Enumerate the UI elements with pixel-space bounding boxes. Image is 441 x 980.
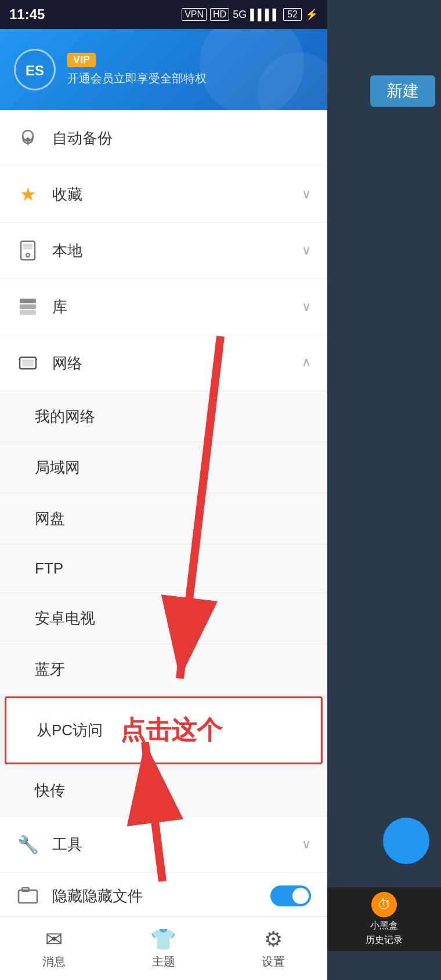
sidebar-item-hiddenfiles[interactable]: 隐藏隐藏文件: [0, 873, 327, 920]
sidebar-item-autobackup[interactable]: 自动备份: [0, 110, 327, 166]
hiddenfiles-toggle[interactable]: [270, 885, 311, 906]
library-icon: [16, 295, 39, 318]
svg-rect-9: [20, 310, 36, 315]
signal-icon: ▌▌▌▌: [250, 9, 280, 21]
favorites-label: 收藏: [52, 184, 289, 205]
bolt-icon: ⚡: [305, 8, 318, 21]
submenu-mynetwork[interactable]: 我的网络: [0, 391, 327, 442]
svg-rect-14: [19, 890, 37, 903]
submenu-frompc[interactable]: 从PC访问 点击这个: [5, 696, 323, 764]
svg-rect-8: [20, 304, 36, 309]
settings-label: 设置: [262, 954, 285, 970]
network-submenu: 我的网络 局域网 网盘 FTP 安卓电视 蓝牙 从PC访问 点击这个: [0, 391, 327, 816]
status-time: 11:45: [9, 6, 45, 23]
xiaoheihei-widget[interactable]: ⏱ 小黑盒 历史记录: [327, 887, 441, 951]
submenu-quicksend[interactable]: 快传: [0, 765, 327, 816]
network-icon: [16, 351, 39, 375]
submenu-androidtv[interactable]: 安卓电视: [0, 593, 327, 644]
sidebar-item-library[interactable]: 库 ∨: [0, 279, 327, 335]
vpn-icon: VPN: [182, 8, 207, 21]
submenu-ftp[interactable]: FTP: [0, 545, 327, 593]
submenu-bluetooth[interactable]: 蓝牙: [0, 644, 327, 695]
hd-icon: HD: [210, 8, 229, 21]
frompc-label: 从PC访问: [37, 720, 103, 741]
settings-icon: ⚙: [264, 927, 283, 952]
ftp-label: FTP: [35, 560, 63, 578]
library-label: 库: [52, 297, 289, 317]
header-text: VIP 开通会员立即享受全部特权: [67, 53, 207, 86]
hiddenfiles-icon: [16, 884, 39, 908]
lan-label: 局域网: [35, 458, 80, 478]
sidebar-item-network[interactable]: 网络 ∨: [0, 335, 327, 391]
5g-icon: 5G: [233, 9, 247, 21]
new-button[interactable]: 新建: [370, 75, 435, 107]
bottom-theme[interactable]: 👕 主题: [150, 927, 176, 970]
theme-icon: 👕: [150, 927, 176, 952]
sidebar-item-favorites[interactable]: ★ 收藏 ∨: [0, 166, 327, 223]
tools-chevron: ∨: [302, 837, 311, 852]
local-icon: [16, 239, 39, 262]
svg-rect-11: [22, 360, 34, 366]
mynetwork-label: 我的网络: [35, 406, 95, 427]
svg-text:ES: ES: [26, 63, 44, 78]
left-panel: 11:45 VPN HD 5G ▌▌▌▌ 52 ⚡ ES VIP 开通会员立即享…: [0, 0, 327, 980]
tools-icon: 🔧: [16, 833, 39, 856]
xiaoheihei-icon: ⏱: [371, 892, 397, 917]
androidtv-label: 安卓电视: [35, 608, 95, 629]
bluetooth-label: 蓝牙: [35, 659, 65, 680]
submenu-lan[interactable]: 局域网: [0, 442, 327, 493]
status-bar: 11:45 VPN HD 5G ▌▌▌▌ 52 ⚡: [0, 0, 327, 29]
xiaoheihei-label: 小黑盒: [370, 920, 398, 932]
avatar: ES: [14, 49, 56, 90]
header-banner[interactable]: ES VIP 开通会员立即享受全部特权: [0, 29, 327, 110]
messages-label: 消息: [42, 954, 66, 970]
autobackup-icon: [16, 126, 39, 150]
favorites-icon: ★: [16, 183, 39, 206]
hiddenfiles-label: 隐藏隐藏文件: [52, 886, 258, 906]
menu-list: 自动备份 ★ 收藏 ∨ 本地 ∨ 库 ∨: [0, 110, 327, 920]
sidebar-item-local[interactable]: 本地 ∨: [0, 223, 327, 279]
tools-label: 工具: [52, 834, 289, 855]
local-label: 本地: [52, 241, 289, 261]
vip-badge: VIP: [67, 53, 96, 67]
svg-point-6: [26, 253, 30, 257]
fab-button[interactable]: [383, 818, 429, 864]
quicksend-label: 快传: [35, 781, 65, 801]
status-icons: VPN HD 5G ▌▌▌▌ 52 ⚡: [182, 8, 318, 21]
header-subtitle: 开通会员立即享受全部特权: [67, 71, 207, 86]
bottom-settings[interactable]: ⚙ 设置: [262, 927, 285, 970]
autobackup-label: 自动备份: [52, 128, 311, 148]
battery-icon: 52: [283, 8, 302, 21]
svg-rect-7: [20, 299, 36, 303]
sidebar-item-tools[interactable]: 🔧 工具 ∨: [0, 816, 327, 873]
submenu-cloudisk[interactable]: 网盘: [0, 493, 327, 545]
network-chevron: ∨: [302, 355, 311, 371]
cloudisk-label: 网盘: [35, 509, 65, 529]
svg-rect-5: [23, 244, 32, 249]
favorites-chevron: ∨: [302, 187, 311, 202]
library-chevron: ∨: [302, 299, 311, 314]
messages-icon: ✉: [45, 927, 63, 952]
theme-label: 主题: [152, 954, 175, 970]
xiaoheihei-sublabel: 历史记录: [366, 934, 403, 946]
network-label: 网络: [52, 353, 289, 373]
bottom-bar: ✉ 消息 👕 主题 ⚙ 设置: [0, 916, 327, 980]
annotation-click-text: 点击这个: [120, 713, 222, 747]
bottom-messages[interactable]: ✉ 消息: [42, 927, 66, 970]
local-chevron: ∨: [302, 243, 311, 258]
